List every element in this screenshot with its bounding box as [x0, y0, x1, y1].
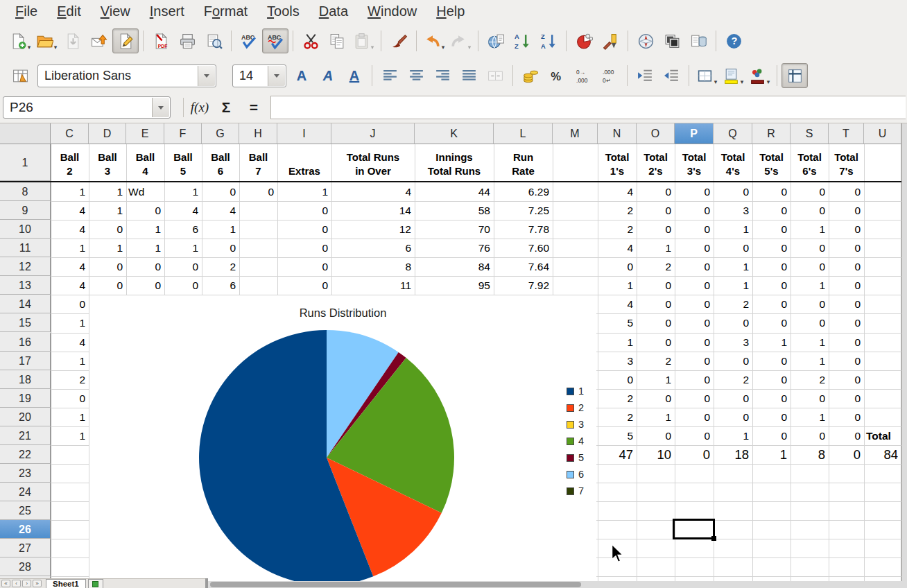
cell-C11[interactable]: 1: [51, 239, 89, 257]
cell-I11[interactable]: 0: [277, 239, 331, 257]
cell-T18[interactable]: 0: [829, 370, 864, 389]
cell-F11[interactable]: 1: [164, 239, 202, 257]
row-header-10[interactable]: 10: [0, 220, 51, 239]
row-header-19[interactable]: 19: [0, 389, 51, 408]
cell-R9[interactable]: 0: [752, 201, 791, 220]
cell-O21[interactable]: 0: [637, 426, 675, 445]
cell-Q15[interactable]: 0: [714, 313, 752, 332]
cell-T14[interactable]: 0: [829, 295, 864, 313]
first-sheet-button[interactable]: «: [1, 580, 10, 587]
cell-O11[interactable]: 1: [637, 239, 675, 257]
cell-E9[interactable]: 0: [126, 201, 164, 220]
cell-T15[interactable]: 0: [829, 313, 864, 332]
cell-P10[interactable]: 0: [675, 220, 714, 239]
row-header-18[interactable]: 18: [0, 370, 51, 389]
cell-P16[interactable]: 0: [675, 333, 714, 352]
cell-C9[interactable]: 4: [51, 201, 89, 220]
cell-C15[interactable]: 1: [51, 313, 89, 332]
cell-T17[interactable]: 0: [829, 352, 864, 370]
cell-R22[interactable]: 1: [752, 445, 791, 464]
grid-corner-box[interactable]: [0, 123, 51, 144]
cell-Q16[interactable]: 3: [714, 333, 752, 352]
cell-N9[interactable]: 2: [598, 201, 637, 220]
cell-K13[interactable]: 95: [415, 276, 494, 295]
row-header-24[interactable]: 24: [0, 483, 51, 501]
cell-Q20[interactable]: 0: [714, 408, 752, 426]
cell-O15[interactable]: 0: [637, 313, 675, 332]
cell-S14[interactable]: 0: [791, 295, 829, 313]
insert-sheet-tab[interactable]: [88, 579, 103, 588]
cell-N14[interactable]: 4: [598, 295, 637, 313]
cell-L12[interactable]: 7.64: [494, 257, 553, 276]
cell-K11[interactable]: 76: [415, 239, 494, 257]
cell-Q12[interactable]: 1: [714, 257, 752, 276]
cell-J12[interactable]: 8: [331, 257, 415, 276]
cell-S21[interactable]: 0: [791, 426, 829, 445]
cell-D10[interactable]: 0: [89, 220, 126, 239]
cell-P17[interactable]: 0: [675, 352, 714, 370]
cell-N11[interactable]: 4: [598, 239, 637, 257]
cell-C12[interactable]: 4: [51, 257, 89, 276]
cell-L9[interactable]: 7.25: [494, 201, 553, 220]
cell-S10[interactable]: 1: [791, 220, 829, 239]
last-sheet-button[interactable]: »: [33, 580, 42, 587]
cell-F1[interactable]: Ball5: [164, 145, 202, 181]
row-header-15[interactable]: 15: [0, 313, 51, 332]
row-header-28[interactable]: 28: [0, 557, 51, 576]
cell-N17[interactable]: 3: [598, 352, 637, 370]
cell-S22[interactable]: 8: [791, 445, 829, 464]
cell-S13[interactable]: 1: [791, 276, 829, 295]
cell-N19[interactable]: 2: [598, 389, 637, 408]
column-header-F[interactable]: F: [164, 123, 202, 144]
cell-U21[interactable]: Total: [864, 426, 901, 445]
column-header-T[interactable]: T: [829, 123, 864, 144]
cell-P1[interactable]: Total3's: [675, 145, 714, 181]
cell-T13[interactable]: 0: [829, 276, 864, 295]
cell-P18[interactable]: 0: [675, 370, 714, 389]
row-header-8[interactable]: 8: [0, 182, 51, 201]
cell-T20[interactable]: 0: [829, 408, 864, 426]
cell-R12[interactable]: 0: [752, 257, 791, 276]
cell-P8[interactable]: 0: [675, 182, 714, 201]
row-header-27[interactable]: 27: [0, 539, 51, 557]
horizontal-scrollbar-thumb[interactable]: [210, 582, 581, 587]
cell-T21[interactable]: 0: [829, 426, 864, 445]
cell-R11[interactable]: 0: [752, 239, 791, 257]
cell-K10[interactable]: 70: [415, 220, 494, 239]
cell-P13[interactable]: 0: [675, 276, 714, 295]
cell-N10[interactable]: 2: [598, 220, 637, 239]
chart-object[interactable]: Runs Distribution 1234567: [89, 295, 596, 581]
cell-T10[interactable]: 0: [829, 220, 864, 239]
cell-Q17[interactable]: 0: [714, 352, 752, 370]
cell-Q11[interactable]: 0: [714, 239, 752, 257]
cell-K9[interactable]: 58: [415, 201, 494, 220]
cell-N20[interactable]: 2: [598, 408, 637, 426]
cell-I1[interactable]: Extras: [277, 145, 331, 181]
cell-S18[interactable]: 2: [791, 370, 829, 389]
cell-P14[interactable]: 0: [675, 295, 714, 313]
cell-G13[interactable]: 6: [202, 276, 239, 295]
cell-N21[interactable]: 5: [598, 426, 637, 445]
cell-L13[interactable]: 7.92: [494, 276, 553, 295]
column-header-R[interactable]: R: [752, 123, 791, 144]
cell-O19[interactable]: 0: [637, 389, 675, 408]
cell-R1[interactable]: Total5's: [752, 145, 791, 181]
cell-F12[interactable]: 0: [164, 257, 202, 276]
cell-S11[interactable]: 0: [791, 239, 829, 257]
cell-T12[interactable]: 0: [829, 257, 864, 276]
cell-D13[interactable]: 0: [89, 276, 126, 295]
cell-Q8[interactable]: 0: [714, 182, 752, 201]
column-header-J[interactable]: J: [331, 123, 415, 144]
cell-C20[interactable]: 1: [51, 408, 89, 426]
cell-T11[interactable]: 0: [829, 239, 864, 257]
column-header-O[interactable]: O: [637, 123, 675, 144]
cell-I13[interactable]: 0: [277, 276, 331, 295]
cell-J1[interactable]: Total Runsin Over: [331, 145, 415, 181]
cell-O20[interactable]: 1: [637, 408, 675, 426]
cell-S1[interactable]: Total6's: [791, 145, 829, 181]
cell-E11[interactable]: 1: [126, 239, 164, 257]
cell-G8[interactable]: 0: [202, 182, 239, 201]
cell-R19[interactable]: 0: [752, 389, 791, 408]
cell-C21[interactable]: 1: [51, 426, 89, 445]
horizontal-scrollbar[interactable]: [208, 581, 907, 588]
